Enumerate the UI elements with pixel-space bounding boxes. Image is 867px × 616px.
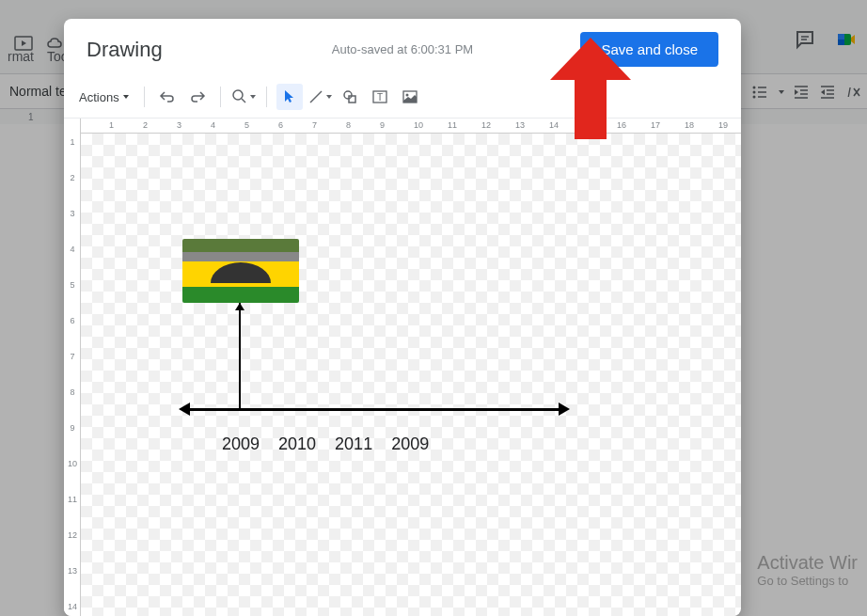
- inserted-image-car[interactable]: [182, 239, 299, 303]
- zoom-icon: [231, 88, 248, 105]
- undo-button[interactable]: [154, 84, 181, 110]
- ruler-tick: 1: [68, 137, 77, 147]
- ruler-tick: 6: [68, 316, 77, 325]
- redo-button[interactable]: [184, 84, 211, 110]
- ruler-tick: 14: [68, 602, 77, 611]
- undo-icon: [159, 88, 176, 105]
- ruler-tick: 12: [68, 530, 77, 540]
- ruler-tick: 11: [68, 495, 77, 504]
- select-tool[interactable]: [276, 84, 303, 110]
- year-label[interactable]: 2010: [278, 434, 316, 454]
- ruler-tick: 13: [68, 566, 77, 576]
- ruler-tick: 5: [68, 280, 77, 290]
- ruler-tick: 5: [244, 120, 249, 130]
- vertical-ruler: 1234567891011121314: [64, 118, 81, 616]
- year-label[interactable]: 2009: [222, 434, 260, 454]
- ruler-tick: 10: [414, 120, 423, 130]
- drawing-toolbar: Actions T: [64, 80, 741, 118]
- shape-icon: [341, 88, 358, 105]
- save-and-close-button[interactable]: Save and close: [580, 32, 718, 67]
- year-label[interactable]: 2011: [335, 434, 372, 454]
- svg-point-31: [405, 94, 408, 97]
- svg-text:T: T: [377, 92, 383, 103]
- canvas-area: 1234567891011121314 12345678910111213141…: [64, 118, 741, 616]
- timeline-arrow-right: [559, 403, 570, 416]
- ruler-tick: 2: [143, 120, 148, 130]
- ruler-tick: 7: [68, 352, 77, 361]
- actions-dropdown[interactable]: Actions: [73, 87, 134, 108]
- drawing-dialog: Drawing Auto-saved at 6:00:31 PM Save an…: [64, 19, 741, 616]
- dialog-header: Drawing Auto-saved at 6:00:31 PM Save an…: [64, 19, 741, 80]
- watermark-subtitle: Go to Settings to: [757, 574, 858, 588]
- watermark-title: Activate Wir: [757, 552, 858, 574]
- separator: [144, 87, 145, 107]
- ruler-tick: 11: [448, 120, 457, 130]
- horizontal-ruler: 12345678910111213141516171819: [81, 118, 741, 134]
- year-label[interactable]: 2009: [391, 434, 429, 454]
- ruler-tick: 9: [68, 423, 77, 433]
- svg-point-23: [233, 90, 243, 100]
- ruler-tick: 9: [380, 120, 385, 130]
- svg-point-26: [344, 91, 352, 99]
- ruler-tick: 1: [109, 120, 114, 130]
- svg-line-25: [310, 91, 322, 103]
- image-tool[interactable]: [397, 84, 423, 110]
- separator: [266, 87, 267, 107]
- vertical-connector-line[interactable]: [239, 303, 241, 409]
- ruler-tick: 15: [583, 120, 592, 130]
- ruler-tick: 16: [617, 120, 626, 130]
- line-tool[interactable]: [307, 84, 333, 110]
- ruler-tick: 12: [481, 120, 491, 130]
- ruler-tick: 3: [68, 209, 77, 218]
- ruler-tick: 18: [685, 120, 694, 130]
- canvas-wrapper: 12345678910111213141516171819 2009 2010 …: [81, 118, 741, 616]
- redo-icon: [189, 88, 206, 105]
- ruler-tick: 3: [177, 120, 181, 130]
- svg-rect-27: [349, 96, 355, 103]
- separator: [220, 87, 221, 107]
- cursor-icon: [281, 88, 298, 105]
- textbox-icon: T: [371, 88, 388, 105]
- ruler-tick: 14: [549, 120, 559, 130]
- vertical-connector-arrowhead: [235, 303, 244, 310]
- ruler-tick: 8: [346, 120, 351, 130]
- drawing-canvas[interactable]: 2009 2010 2011 2009: [81, 134, 741, 616]
- ruler-tick: 17: [651, 120, 660, 130]
- textbox-tool[interactable]: T: [367, 84, 393, 110]
- autosave-status: Auto-saved at 6:00:31 PM: [332, 42, 473, 56]
- timeline-arrow-left: [179, 403, 190, 416]
- windows-activation-watermark: Activate Wir Go to Settings to: [757, 552, 858, 588]
- image-icon: [402, 88, 418, 105]
- ruler-tick: 7: [312, 120, 317, 130]
- ruler-tick: 4: [211, 120, 215, 130]
- ruler-tick: 2: [68, 173, 77, 182]
- ruler-tick: 19: [718, 120, 728, 130]
- ruler-tick: 13: [515, 120, 525, 130]
- svg-line-24: [242, 99, 245, 103]
- timeline-line[interactable]: [187, 408, 563, 411]
- timeline-year-labels[interactable]: 2009 2010 2011 2009: [222, 434, 429, 454]
- zoom-dropdown[interactable]: [230, 84, 257, 110]
- shape-tool[interactable]: [337, 84, 363, 110]
- ruler-tick: 6: [278, 120, 283, 130]
- ruler-tick: 10: [68, 459, 77, 468]
- line-icon: [307, 88, 324, 105]
- ruler-tick: 4: [68, 245, 77, 254]
- dialog-title: Drawing: [87, 38, 163, 62]
- ruler-tick: 8: [68, 387, 77, 397]
